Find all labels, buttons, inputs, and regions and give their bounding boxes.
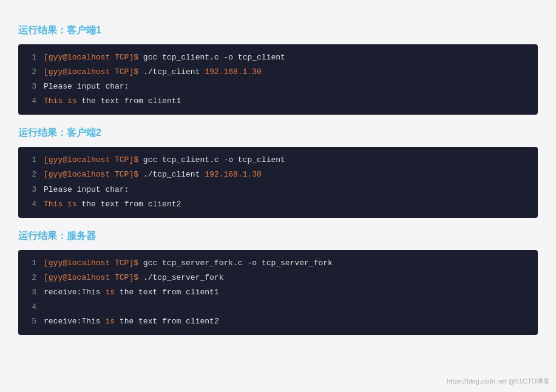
line-number: 3 (24, 80, 36, 93)
keyword-text: is (63, 96, 81, 106)
plain-text: receive:This (44, 288, 101, 297)
line-content: [gyy@localhost TCP]$ gcc tcp_client.c -o… (44, 51, 285, 64)
plain-text: from (124, 200, 143, 209)
line-number: 2 (24, 66, 36, 79)
line-content: receive:This is the text from client2 (44, 315, 219, 328)
terminal-client1: 1[gyy@localhost TCP]$ gcc tcp_client.c -… (18, 44, 538, 115)
plain-text: client2 (181, 317, 219, 326)
prompt-text: [gyy@localhost TCP]$ (44, 53, 143, 62)
terminal-row: 1[gyy@localhost TCP]$ gcc tcp_server_for… (18, 256, 538, 271)
section-title-server: 运行结果：服务器 (18, 230, 538, 243)
line-content: [gyy@localhost TCP]$ ./tcp_server_fork (44, 271, 223, 285)
plain-text: from (124, 96, 143, 106)
line-content: This is the text from client1 (44, 95, 181, 108)
section-title-client2: 运行结果：客户端2 (18, 127, 538, 140)
line-content: [gyy@localhost TCP]$ gcc tcp_server_fork… (44, 257, 333, 270)
terminal-row: 4This is the text from client1 (18, 94, 538, 109)
terminal-row: 3Please input char: (18, 183, 538, 197)
plain-text: from (162, 317, 181, 326)
command-text: gcc tcp_client.c -o tcp_client (143, 53, 285, 62)
command-text: gcc tcp_server_fork.c -o tcp_server_fork (143, 259, 333, 268)
plain-text: client2 (143, 200, 181, 209)
line-content: Please input char: (44, 80, 129, 93)
terminal-server: 1[gyy@localhost TCP]$ gcc tcp_server_for… (18, 250, 538, 335)
plain-text: client1 (181, 288, 219, 297)
line-number: 2 (24, 271, 36, 285)
terminal-row: 1[gyy@localhost TCP]$ gcc tcp_client.c -… (18, 153, 538, 167)
keyword-text: is (101, 288, 120, 297)
prompt-text: [gyy@localhost TCP]$ (44, 155, 143, 164)
prompt-text: [gyy@localhost TCP]$ (44, 273, 143, 282)
keyword-text: This (44, 96, 63, 106)
prompt-text: [gyy@localhost TCP]$ (44, 259, 143, 268)
plain-text: Please input char: (44, 185, 129, 194)
plain-text: from (162, 288, 181, 297)
plain-text: Please input char: (44, 82, 129, 91)
plain-text: receive:This (44, 317, 101, 326)
plain-text: the text (120, 288, 162, 297)
command-text: ./tcp_client (143, 170, 205, 179)
line-content: This is the text from client2 (44, 198, 181, 211)
command-text: gcc tcp_client.c -o tcp_client (143, 155, 285, 164)
keyword-text: This (44, 200, 63, 209)
terminal-row: 2[gyy@localhost TCP]$ ./tcp_client 192.1… (18, 65, 538, 79)
prompt-text: [gyy@localhost TCP]$ (44, 67, 143, 76)
terminal-row: 4 (18, 300, 538, 314)
line-number: 3 (24, 183, 36, 197)
prompt-text: [gyy@localhost TCP]$ (44, 170, 143, 179)
terminal-row: 5receive:This is the text from client2 (18, 314, 538, 329)
ip-address-text: 192.168.1.30 (205, 170, 262, 179)
line-number: 1 (24, 257, 36, 270)
section-title-client1: 运行结果：客户端1 (18, 24, 538, 37)
line-content: [gyy@localhost TCP]$ ./tcp_client 192.16… (44, 168, 262, 181)
command-text: ./tcp_server_fork (143, 273, 224, 282)
terminal-row: 2[gyy@localhost TCP]$ ./tcp_client 192.1… (18, 167, 538, 182)
line-number: 2 (24, 168, 36, 181)
line-content: receive:This is the text from client1 (44, 286, 219, 299)
line-number: 5 (24, 315, 36, 328)
keyword-text: is (101, 317, 120, 326)
plain-text: the text (81, 200, 124, 209)
terminal-row: 4This is the text from client2 (18, 197, 538, 212)
terminal-row: 3Please input char: (18, 79, 538, 94)
line-content: [gyy@localhost TCP]$ ./tcp_client 192.16… (44, 66, 262, 79)
plain-text: the text (120, 317, 162, 326)
line-number: 4 (24, 95, 36, 108)
line-number: 4 (24, 198, 36, 211)
plain-text: the text (81, 96, 124, 106)
line-content: [gyy@localhost TCP]$ gcc tcp_client.c -o… (44, 154, 285, 167)
terminal-row: 3receive:This is the text from client1 (18, 285, 538, 300)
plain-text: client1 (143, 96, 181, 106)
line-content: Please input char: (44, 183, 129, 197)
keyword-text: is (63, 200, 81, 209)
line-number: 3 (24, 286, 36, 299)
line-number: 4 (24, 300, 36, 314)
ip-address-text: 192.168.1.30 (205, 67, 262, 76)
terminal-row: 1[gyy@localhost TCP]$ gcc tcp_client.c -… (18, 50, 538, 65)
line-number: 1 (24, 51, 36, 64)
terminal-row: 2[gyy@localhost TCP]$ ./tcp_server_fork (18, 271, 538, 285)
line-number: 1 (24, 154, 36, 167)
command-text: ./tcp_client (143, 67, 205, 76)
terminal-client2: 1[gyy@localhost TCP]$ gcc tcp_client.c -… (18, 147, 538, 217)
